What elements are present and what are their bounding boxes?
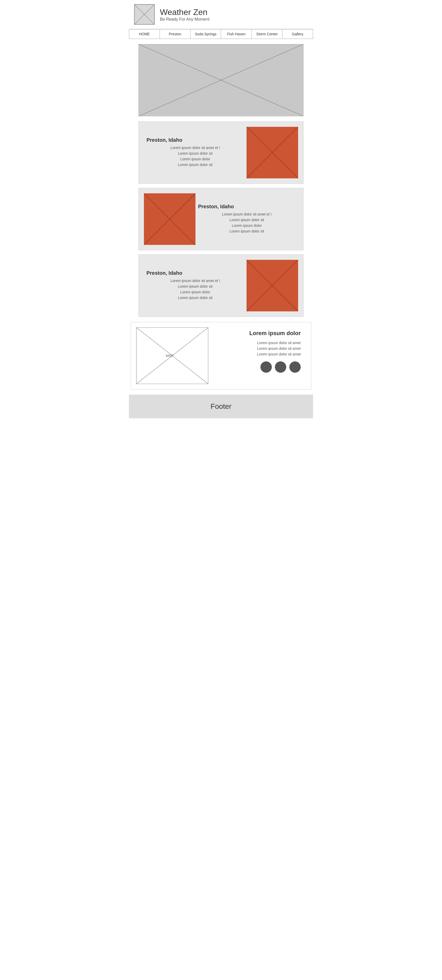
- section-3-text: Preston, Idaho Lorem ipsum dolor sit ame…: [144, 267, 247, 304]
- nav-home[interactable]: HOME: [129, 29, 160, 39]
- content-section-1: Preston, Idaho Lorem ipsum dolor sit ame…: [139, 121, 303, 184]
- social-icons: [214, 361, 301, 373]
- nav-preston[interactable]: Preston: [160, 29, 191, 39]
- hero-image: [139, 44, 303, 116]
- section-1-line-2: Lorem ipsum dolor: [147, 157, 244, 161]
- section-2-title: Preston, Idaho: [198, 204, 295, 210]
- logo-image: [134, 4, 155, 25]
- section-2-line-3: Lorem ipsum dolor sit: [198, 229, 295, 233]
- main-nav: HOME Preston Soda Springs Fish Haven Sto…: [129, 29, 313, 39]
- section-1-line-3: Lorem ipsum dolor sit: [147, 163, 244, 167]
- footer-label: Footer: [211, 402, 231, 410]
- nav-storm-center[interactable]: Storm Center: [252, 29, 282, 39]
- section-2-image: [144, 193, 195, 245]
- section-1-title: Preston, Idaho: [147, 137, 244, 143]
- nav-fish-haven[interactable]: Fish Haven: [221, 29, 252, 39]
- social-icon-2[interactable]: [275, 361, 286, 373]
- site-title: Weather Zen: [160, 8, 209, 17]
- section-1-line-1: Lorem ipsum dolor sit: [147, 151, 244, 156]
- section-3-title: Preston, Idaho: [147, 270, 244, 276]
- section-1-text: Preston, Idaho Lorem ipsum dolor sit ame…: [144, 135, 247, 171]
- map-line-2: Lorem ipsum dolor sit amet: [214, 352, 301, 356]
- section-2-line-1: Lorem ipsum dolor sit: [198, 218, 295, 222]
- section-3-line-1: Lorem ipsum dolor sit: [147, 284, 244, 288]
- header-text: Weather Zen Be Ready For Any Moment: [160, 8, 209, 22]
- section-3-image: [247, 260, 298, 311]
- map-label: MAP: [166, 354, 174, 358]
- site-header: Weather Zen Be Ready For Any Moment: [129, 0, 313, 29]
- map-info: Lorem ipsum dolor Lorem ipsum dolor sit …: [208, 327, 306, 375]
- section-1-image: [247, 127, 298, 178]
- map-image: MAP: [136, 327, 208, 384]
- section-3-line-2: Lorem ipsum dolor: [147, 290, 244, 294]
- section-1-line-0: Lorem ipsum dolor sit amet et \: [147, 146, 244, 150]
- section-2-text: Preston, Idaho Lorem ipsum dolor sit ame…: [195, 201, 298, 237]
- site-footer: Footer: [129, 395, 313, 418]
- map-title: Lorem ipsum dolor: [214, 330, 301, 337]
- section-3-line-0: Lorem ipsum dolor sit amet et \: [147, 278, 244, 283]
- content-section-3: Preston, Idaho Lorem ipsum dolor sit ame…: [139, 255, 303, 317]
- social-icon-3[interactable]: [289, 361, 301, 373]
- content-section-2: Preston, Idaho Lorem ipsum dolor sit ame…: [139, 188, 303, 250]
- section-3-line-3: Lorem ipsum dolor sit: [147, 296, 244, 300]
- nav-soda-springs[interactable]: Soda Springs: [191, 29, 221, 39]
- site-tagline: Be Ready For Any Moment: [160, 17, 209, 22]
- section-2-line-0: Lorem ipsum dolor sit amet et \: [198, 212, 295, 216]
- social-icon-1[interactable]: [260, 361, 272, 373]
- nav-gallery[interactable]: Gallery: [282, 29, 313, 39]
- map-line-0: Lorem ipsum dolor sit amet: [214, 341, 301, 345]
- map-line-1: Lorem ipsum dolor sit amet: [214, 347, 301, 350]
- map-section: MAP Lorem ipsum dolor Lorem ipsum dolor …: [131, 322, 311, 390]
- section-2-line-2: Lorem ipsum dolor: [198, 223, 295, 228]
